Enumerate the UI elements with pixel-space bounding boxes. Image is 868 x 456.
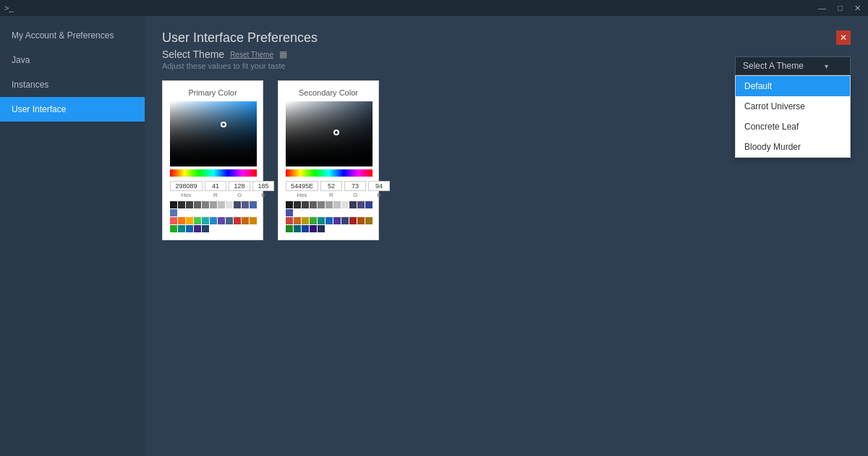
color-swatch[interactable]: [218, 201, 225, 208]
primary-color-picker: Primary Color Hex R: [162, 80, 263, 240]
color-swatch[interactable]: [234, 217, 241, 224]
secondary-hex-input[interactable]: [286, 181, 318, 191]
sidebar: My Account & Preferences Java Instances …: [0, 16, 145, 456]
primary-r-group: R: [205, 181, 226, 198]
color-swatch[interactable]: [210, 201, 217, 208]
secondary-hue-bar[interactable]: [286, 169, 373, 177]
section-title: Select Theme: [162, 48, 224, 60]
palette-icon: ▦: [279, 49, 287, 59]
color-swatch[interactable]: [318, 217, 325, 224]
color-swatch[interactable]: [365, 201, 373, 208]
page-title: User Interface Preferences: [162, 30, 318, 46]
color-swatch[interactable]: [286, 217, 293, 224]
theme-option-bloody-murder[interactable]: Bloody Murder: [736, 137, 850, 157]
theme-option-carrot-universe[interactable]: Carrot Universe: [736, 96, 850, 117]
color-swatch[interactable]: [194, 217, 201, 224]
color-swatch[interactable]: [357, 201, 365, 208]
color-swatch[interactable]: [194, 225, 201, 232]
secondary-b-group: B: [368, 181, 390, 198]
sidebar-item-java[interactable]: Java: [0, 48, 145, 72]
color-swatch[interactable]: [186, 217, 193, 224]
color-swatch[interactable]: [234, 201, 241, 208]
content-close-button[interactable]: ✕: [836, 30, 851, 45]
color-swatch[interactable]: [333, 217, 341, 224]
color-swatch[interactable]: [170, 217, 177, 224]
sidebar-item-instances[interactable]: Instances: [0, 72, 145, 97]
color-swatch[interactable]: [310, 201, 317, 208]
theme-dropdown-button[interactable]: Select A Theme ▾: [735, 56, 851, 75]
color-swatch[interactable]: [310, 217, 317, 224]
color-swatch[interactable]: [302, 201, 309, 208]
color-swatch[interactable]: [286, 201, 293, 208]
color-swatch[interactable]: [242, 217, 249, 224]
theme-option-concrete-leaf[interactable]: Concrete Leaf: [736, 117, 850, 137]
primary-color-inputs: Hex R G B: [170, 181, 255, 198]
color-swatch[interactable]: [349, 201, 357, 208]
color-swatch[interactable]: [210, 217, 217, 224]
primary-r-input[interactable]: [205, 181, 226, 191]
color-swatch[interactable]: [202, 217, 209, 224]
color-swatch[interactable]: [242, 201, 249, 208]
color-swatch[interactable]: [170, 209, 177, 216]
color-swatch[interactable]: [226, 217, 233, 224]
primary-swatches-row2: [170, 217, 257, 232]
secondary-r-group: R: [320, 181, 342, 198]
color-swatch[interactable]: [178, 217, 185, 224]
color-swatch[interactable]: [178, 225, 185, 232]
color-swatch[interactable]: [194, 201, 201, 208]
window-close-button[interactable]: ✕: [851, 4, 864, 13]
minimize-button[interactable]: —: [815, 4, 829, 13]
primary-hue-bar[interactable]: [170, 169, 257, 177]
primary-color-label: Primary Color: [170, 88, 255, 97]
color-swatch[interactable]: [286, 225, 293, 232]
color-swatch[interactable]: [349, 217, 357, 224]
content-area: User Interface Preferences ✕ Select Them…: [145, 16, 868, 456]
color-swatch[interactable]: [326, 201, 333, 208]
primary-r-label: R: [213, 192, 218, 198]
theme-area: Select A Theme ▾ Default Carrot Universe…: [735, 56, 851, 75]
color-swatch[interactable]: [250, 201, 257, 208]
color-swatch[interactable]: [178, 201, 185, 208]
color-swatch[interactable]: [218, 217, 225, 224]
color-swatch[interactable]: [170, 225, 177, 232]
color-swatch[interactable]: [302, 217, 309, 224]
maximize-button[interactable]: □: [835, 4, 846, 13]
color-swatch[interactable]: [333, 201, 341, 208]
sidebar-item-my-account[interactable]: My Account & Preferences: [0, 23, 145, 48]
color-swatch[interactable]: [341, 201, 349, 208]
title-bar-left: >_: [4, 4, 14, 12]
primary-b-input[interactable]: [252, 181, 274, 191]
color-swatch[interactable]: [294, 201, 301, 208]
theme-option-default[interactable]: Default: [736, 76, 850, 96]
color-swatch[interactable]: [186, 201, 193, 208]
color-swatch[interactable]: [365, 217, 373, 224]
secondary-b-input[interactable]: [368, 181, 390, 191]
color-swatch[interactable]: [318, 201, 325, 208]
color-swatch[interactable]: [186, 225, 193, 232]
reset-theme-button[interactable]: Reset Theme: [230, 51, 273, 59]
primary-gradient-box[interactable]: [170, 101, 257, 166]
color-swatch[interactable]: [302, 225, 309, 232]
color-swatch[interactable]: [294, 225, 301, 232]
color-swatch[interactable]: [202, 225, 209, 232]
primary-g-input[interactable]: [229, 181, 250, 191]
primary-hex-input[interactable]: [170, 181, 203, 191]
color-swatch[interactable]: [202, 201, 209, 208]
color-swatch[interactable]: [310, 225, 317, 232]
color-swatch[interactable]: [286, 209, 293, 216]
color-swatch[interactable]: [318, 225, 325, 232]
color-swatch[interactable]: [326, 217, 333, 224]
color-swatch[interactable]: [357, 217, 365, 224]
secondary-g-input[interactable]: [344, 181, 366, 191]
sidebar-item-user-interface[interactable]: User Interface: [0, 97, 145, 122]
secondary-color-inputs: Hex R G B: [286, 181, 371, 198]
primary-b-group: B: [252, 181, 274, 198]
color-swatch[interactable]: [250, 217, 257, 224]
color-swatch[interactable]: [226, 201, 233, 208]
color-swatch[interactable]: [341, 217, 349, 224]
secondary-gradient-box[interactable]: [286, 101, 373, 166]
secondary-r-input[interactable]: [320, 181, 342, 191]
color-swatch[interactable]: [170, 201, 177, 208]
color-swatch[interactable]: [294, 217, 301, 224]
secondary-gradient-cursor: [333, 130, 339, 135]
